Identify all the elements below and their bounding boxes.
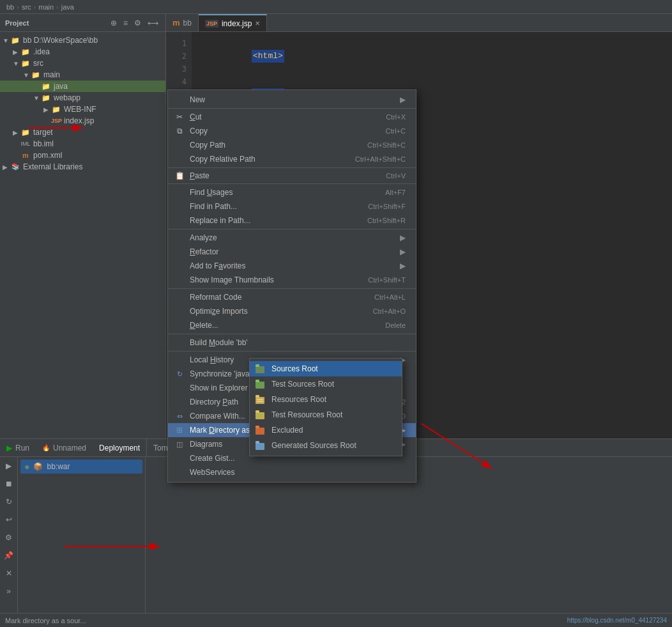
tree-item-webapp[interactable]: ▼ 📁 webapp <box>0 92 165 104</box>
line-num-4: 4 <box>182 75 187 88</box>
menu-item-showthumbs[interactable]: Show Image Thumbnails Ctrl+Shift+T <box>168 273 416 287</box>
tree-item-bbiml[interactable]: IML bb.iml <box>0 138 165 150</box>
status-text: Mark directory as a sour... <box>5 617 86 624</box>
shortcut: Ctrl+Alt+L <box>374 293 406 301</box>
tree-item-indexjsp[interactable]: JSP index.jsp <box>0 115 165 127</box>
menu-label: Build Module 'bb' <box>190 338 406 347</box>
tree-item-extlibs[interactable]: ▶ 📚 External Libraries <box>0 161 165 173</box>
gear-icon[interactable]: ⚙ <box>132 18 143 28</box>
svg-rect-5 <box>256 395 259 398</box>
submenu-item-excluded[interactable]: Excluded <box>250 422 402 438</box>
submenu-item-generatedsources[interactable]: Generated Sources Root <box>250 438 402 453</box>
scissors-icon: ✂ <box>173 112 186 121</box>
back-button[interactable]: ↩ <box>3 513 15 526</box>
tree-item-main[interactable]: ▼ 📁 main <box>0 69 165 81</box>
deploy-item-bbwar[interactable]: ● 📦 bb:war <box>20 460 142 474</box>
menu-label: New <box>190 95 397 104</box>
test-resources-root-icon <box>255 410 266 420</box>
diagrams-icon: ◫ <box>173 440 186 449</box>
tab-indexjsp[interactable]: JSP index.jsp ✕ <box>199 14 267 31</box>
maven-icon: m <box>172 18 180 27</box>
tab-unnamed[interactable]: 🔥 Unnamed <box>36 439 93 456</box>
mark-directory-submenu: Sources Root Test Sources Root Resources… <box>249 358 402 456</box>
tree-item-target[interactable]: ▶ 📁 target <box>0 127 165 138</box>
menu-item-copy[interactable]: ⧉ Copy Ctrl+C <box>168 124 416 138</box>
breadcrumb-src[interactable]: src <box>22 3 31 11</box>
more-button[interactable]: » <box>3 585 15 598</box>
play-button[interactable]: ▶ <box>3 460 15 472</box>
stop-button[interactable]: ⏹ <box>3 477 15 490</box>
settings-bottom-button[interactable]: ⚙ <box>3 531 15 544</box>
menu-item-new[interactable]: New ▶ <box>168 93 416 107</box>
tree-arrow: ▶ <box>13 129 20 136</box>
tree-item-idea[interactable]: ▶ 📁 .idea <box>0 46 165 58</box>
menu-item-findinpath[interactable]: Find in Path... Ctrl+Shift+F <box>168 199 416 213</box>
jsp-icon: JSP <box>51 116 61 125</box>
menu-label: Refactor <box>190 247 397 256</box>
menu-item-analyze[interactable]: Analyze ▶ <box>168 231 416 245</box>
menu-item-refactor[interactable]: Refactor ▶ <box>168 245 416 259</box>
menu-label: Find in Path... <box>190 202 355 211</box>
folder-icon: 📁 <box>10 36 20 45</box>
restart-button[interactable]: ↻ <box>3 495 15 508</box>
pin-button[interactable]: 📌 <box>3 549 15 562</box>
menu-item-addtofav[interactable]: Add to Favorites ▶ <box>168 259 416 273</box>
tree-item-pomxml[interactable]: m pom.xml <box>0 150 165 161</box>
menu-label: Cut <box>190 112 373 121</box>
bottom-sidebar: ▶ ⏹ ↻ ↩ ⚙ 📌 ✕ » <box>0 457 18 627</box>
war-icon: 📦 <box>33 462 43 471</box>
submenu-item-resourcesroot[interactable]: Resources Root <box>250 392 402 407</box>
menu-item-copypath[interactable]: Copy Path Ctrl+Shift+C <box>168 138 416 152</box>
menu-item-optimizeimports[interactable]: Optimize Imports Ctrl+Alt+O <box>168 304 416 318</box>
settings-icon[interactable]: ≡ <box>121 18 130 28</box>
svg-rect-6 <box>257 399 263 400</box>
menu-separator <box>168 183 416 184</box>
breadcrumb-bb[interactable]: bb <box>6 3 14 11</box>
tree-item-bb[interactable]: ▼ 📁 bb D:\WokerSpace\bb <box>0 35 165 46</box>
shortcut: Delete <box>385 321 406 329</box>
close-button[interactable]: ✕ <box>3 567 15 580</box>
svg-rect-15 <box>256 441 259 444</box>
breadcrumb-main[interactable]: main <box>38 3 54 11</box>
tab-bb[interactable]: m bb <box>166 14 199 31</box>
menu-item-cut[interactable]: ✂ Cut Ctrl+X <box>168 110 416 124</box>
tree-arrow: ▼ <box>33 95 41 102</box>
folder-icon: 📁 <box>20 59 31 68</box>
tree-item-webinf[interactable]: ▶ 📁 WEB-INF <box>0 104 165 115</box>
svg-rect-9 <box>256 410 259 413</box>
breadcrumb-java[interactable]: java <box>61 3 74 11</box>
status-green-icon: ● <box>24 461 29 472</box>
deploy-label: bb:war <box>47 462 70 471</box>
shortcut: Ctrl+Shift+T <box>368 276 406 284</box>
tree-label: pom.xml <box>33 151 163 160</box>
menu-item-replaceinpath[interactable]: Replace in Path... Ctrl+Shift+R <box>168 213 416 228</box>
submenu-item-testresourcesroot[interactable]: Test Resources Root <box>250 407 402 422</box>
menu-item-buildmodule[interactable]: Build Module 'bb' <box>168 336 416 350</box>
breadcrumb: bb › src › main › java <box>0 0 672 14</box>
menu-item-delete[interactable]: Delete... Delete <box>168 318 416 332</box>
tree-label: bb D:\WokerSpace\bb <box>23 36 163 45</box>
tree-arrow: ▶ <box>3 164 10 171</box>
tree-item-src[interactable]: ▼ 📁 src <box>0 58 165 69</box>
tab-run[interactable]: ▶ Run <box>0 439 36 456</box>
menu-item-findusages[interactable]: Find Usages Alt+F7 <box>168 185 416 199</box>
copy-icon: ⧉ <box>173 127 186 135</box>
run-label: Run <box>15 444 29 453</box>
close-tab-icon[interactable]: ✕ <box>255 20 260 27</box>
tab-deployment[interactable]: Deployment <box>93 439 147 457</box>
menu-item-paste[interactable]: 📋 Paste Ctrl+V <box>168 167 416 182</box>
tree-item-java[interactable]: 📁 java <box>0 81 165 92</box>
menu-item-copyrelpath[interactable]: Copy Relative Path Ctrl+Alt+Shift+C <box>168 152 416 166</box>
menu-item-reformat[interactable]: Reformat Code Ctrl+Alt+L <box>168 290 416 304</box>
submenu-item-testsources[interactable]: Test Sources Root <box>250 376 402 392</box>
folder-icon: 📁 <box>51 105 61 114</box>
menu-item-webservices[interactable]: WebServices <box>168 465 416 479</box>
tree-label: java <box>54 82 163 91</box>
menu-separator <box>168 229 416 229</box>
submenu-arrow: ▶ <box>400 247 406 256</box>
sync-icon[interactable]: ⊕ <box>109 18 119 28</box>
menu-label: Reformat Code <box>190 293 362 302</box>
submenu-item-sourcesroot[interactable]: Sources Root <box>250 361 402 376</box>
shortcut: Alt+F7 <box>385 189 406 196</box>
expand-icon[interactable]: ⟷ <box>146 18 160 28</box>
